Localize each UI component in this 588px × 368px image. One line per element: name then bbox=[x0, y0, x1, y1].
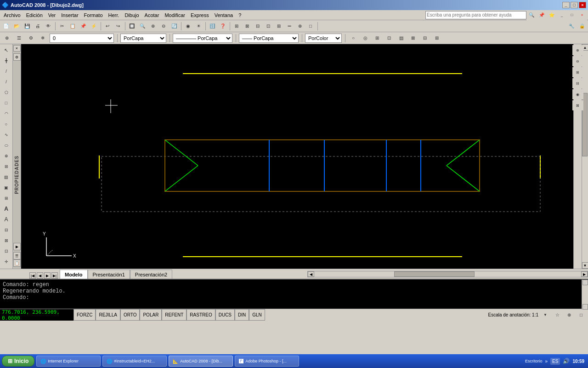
tool-ellipse[interactable]: ⬭ bbox=[1, 140, 12, 150]
workspace-btn[interactable]: 🔧 bbox=[566, 21, 577, 31]
start-button[interactable]: ⊞ Inicio bbox=[2, 356, 34, 367]
status-orto[interactable]: ORTO bbox=[120, 309, 140, 321]
layer-settings-btn[interactable]: ⚙ bbox=[26, 33, 36, 43]
close-button[interactable]: × bbox=[579, 2, 586, 8]
tool-text[interactable]: A bbox=[1, 204, 12, 214]
match-prop-btn[interactable]: ⚡ bbox=[89, 21, 99, 31]
qp-btn[interactable]: ⊕ bbox=[295, 21, 305, 31]
menu-archivo[interactable]: Archivo bbox=[1, 12, 23, 19]
cut-btn[interactable]: ✂ bbox=[57, 21, 67, 31]
tool-gradient[interactable]: ▨ bbox=[1, 172, 12, 182]
taskbar-instructable[interactable]: 🌐 #instructableId=EH2... bbox=[102, 356, 167, 367]
menu-ventana[interactable]: Ventana bbox=[212, 12, 236, 19]
menu-modificar[interactable]: Modificar bbox=[162, 12, 188, 19]
tab-next-btn[interactable]: ▶ bbox=[44, 272, 51, 279]
menu-acotar[interactable]: Acotar bbox=[142, 12, 162, 19]
snap-btn[interactable]: ⊞ bbox=[232, 21, 242, 31]
otrack-btn[interactable]: ⊟ bbox=[253, 21, 263, 31]
tab-presentacion1[interactable]: Presentación1 bbox=[88, 270, 130, 279]
taskbar-ie[interactable]: 🌐 Internet Explorer bbox=[36, 356, 101, 367]
scale-dropdown-btn[interactable]: ▼ bbox=[540, 310, 550, 320]
cmd-scroll-down[interactable]: ▼ bbox=[582, 304, 588, 310]
tool-tolerance[interactable]: ⊟ bbox=[1, 225, 12, 235]
lock-btn[interactable]: 🔒 bbox=[577, 21, 587, 31]
menu-insertar[interactable]: Insertar bbox=[58, 12, 81, 19]
taskbar-autocad[interactable]: 📐 AutoCAD 2008 - [Dib... bbox=[169, 356, 233, 367]
copy-btn[interactable]: 📋 bbox=[68, 21, 78, 31]
print-preview-btn[interactable]: 👁 bbox=[43, 21, 53, 31]
model-btn[interactable]: □ bbox=[305, 21, 316, 31]
tool-polygon[interactable]: ⬠ bbox=[1, 87, 12, 98]
paste-btn[interactable]: 📌 bbox=[78, 21, 88, 31]
rt-btn3[interactable]: ⊞ bbox=[572, 67, 583, 77]
vp-btn4[interactable]: ⊡ bbox=[384, 33, 394, 43]
window-restore-btn[interactable]: □ bbox=[567, 10, 577, 20]
status-refent[interactable]: REFENT bbox=[162, 309, 187, 321]
tool-array[interactable]: ⊡ bbox=[1, 246, 12, 256]
tool-mtext[interactable]: A bbox=[1, 214, 12, 224]
vscroll-down-btn[interactable]: ▼ bbox=[582, 262, 588, 269]
vp-btn6[interactable]: ⊠ bbox=[408, 33, 418, 43]
properties-icon[interactable]: ⚙ bbox=[13, 53, 21, 61]
command-scrollbar[interactable]: ▲ ▼ bbox=[582, 280, 588, 310]
menu-edicion[interactable]: Edición bbox=[23, 12, 45, 19]
redo-btn[interactable]: ↪ bbox=[113, 21, 123, 31]
help-search-button[interactable]: 🔍 bbox=[526, 10, 537, 20]
status-forzc[interactable]: FORZC bbox=[74, 309, 96, 321]
menu-express[interactable]: Express bbox=[188, 12, 212, 19]
save-btn[interactable]: 💾 bbox=[22, 21, 32, 31]
hscroll-thumb[interactable] bbox=[394, 271, 474, 277]
restore-button[interactable]: □ bbox=[571, 2, 578, 8]
shademode-btn[interactable]: ◉ bbox=[183, 21, 193, 31]
tool-table[interactable]: ⊞ bbox=[1, 193, 12, 203]
tool-select[interactable]: ↖ bbox=[1, 45, 12, 55]
lweight-btn[interactable]: ═ bbox=[284, 21, 294, 31]
vp-btn3[interactable]: ⊞ bbox=[372, 33, 382, 43]
layer-state-btn[interactable]: ☰ bbox=[14, 33, 24, 43]
window-min-btn[interactable]: _ bbox=[557, 10, 567, 20]
render-btn[interactable]: ☀ bbox=[193, 21, 204, 31]
zoom-btn[interactable]: 🔍 bbox=[137, 21, 147, 31]
ducs-btn[interactable]: ⊡ bbox=[263, 21, 273, 31]
cmd-scroll-up[interactable]: ▲ bbox=[582, 280, 588, 285]
annotation-btn[interactable]: ☆ bbox=[552, 310, 562, 320]
vp-btn1[interactable]: ○ bbox=[348, 33, 358, 43]
rt-btn1[interactable]: ⊕ bbox=[572, 45, 583, 55]
tool-hatch[interactable]: ⊞ bbox=[1, 161, 12, 172]
comm-btn[interactable]: □ bbox=[576, 310, 586, 320]
vp-btn2[interactable]: ◎ bbox=[360, 33, 370, 43]
vp-btn8[interactable]: ⊞ bbox=[432, 33, 442, 43]
new-btn[interactable]: 📄 bbox=[1, 21, 11, 31]
menu-herr[interactable]: Herr. bbox=[106, 12, 122, 19]
status-din[interactable]: DIN bbox=[235, 309, 249, 321]
rt-btn2[interactable]: ⊖ bbox=[572, 56, 583, 66]
props-bottom-btn2[interactable]: ☰ bbox=[13, 252, 21, 259]
rt-btn5[interactable]: ◉ bbox=[572, 89, 583, 99]
viewport-btn[interactable]: ⊕ bbox=[564, 310, 574, 320]
help-btn1[interactable]: 📌 bbox=[537, 10, 547, 20]
status-polar[interactable]: POLAR bbox=[140, 309, 162, 321]
tab-modelo[interactable]: Modelo bbox=[60, 270, 88, 279]
3d-orbit-btn[interactable]: 🔄 bbox=[169, 21, 179, 31]
properties-close-btn[interactable]: × bbox=[13, 45, 21, 52]
print-btn[interactable]: 🖨 bbox=[33, 21, 43, 31]
status-rastreo[interactable]: RASTREO bbox=[187, 309, 215, 321]
tool-insert2[interactable]: ⊠ bbox=[1, 236, 12, 246]
tab-first-btn[interactable]: |◀ bbox=[29, 272, 36, 279]
dyn-btn[interactable]: ⊞ bbox=[274, 21, 284, 31]
taskbar-photoshop[interactable]: 🅿 Adobe Photoshop - [... bbox=[235, 356, 299, 367]
tab-last-btn[interactable]: ▶| bbox=[51, 272, 58, 279]
vp-btn5[interactable]: ▤ bbox=[396, 33, 406, 43]
vp-btn7[interactable]: ⊟ bbox=[420, 33, 430, 43]
tab-prev-btn[interactable]: ◀ bbox=[37, 272, 43, 279]
tool-circle[interactable]: ○ bbox=[1, 119, 12, 129]
tool-revision[interactable]: ∿ bbox=[1, 130, 12, 140]
minimize-button[interactable]: _ bbox=[562, 2, 570, 8]
tool-rect[interactable]: □ bbox=[1, 98, 12, 108]
tool-region[interactable]: ▣ bbox=[1, 183, 12, 193]
linetype-select[interactable]: ———— PorCapa bbox=[173, 34, 232, 43]
help-btn2[interactable]: ⭐ bbox=[547, 10, 557, 20]
layer-manager-btn[interactable]: ⊕ bbox=[2, 33, 12, 43]
tool-pline[interactable]: / bbox=[1, 77, 12, 87]
menu-ver[interactable]: Ver bbox=[45, 12, 59, 19]
